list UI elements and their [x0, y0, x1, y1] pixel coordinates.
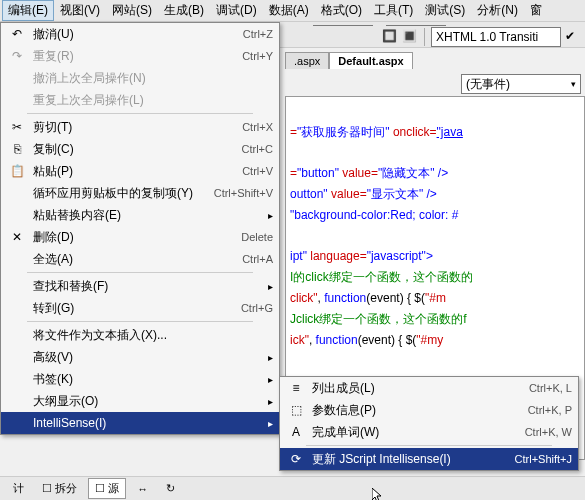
tool-icon[interactable]: 🔳 — [402, 29, 418, 45]
menu-item: 重复上次全局操作(L) — [1, 89, 279, 111]
edit-menu: ↶撤消(U)Ctrl+Z↷重复(R)Ctrl+Y撤消上次全局操作(N)重复上次全… — [0, 22, 280, 435]
menu-icon: ✂ — [7, 119, 27, 135]
submenu-arrow-icon: ▸ — [268, 281, 273, 292]
menu-item[interactable]: ✂剪切(T)Ctrl+X — [1, 116, 279, 138]
menu-item[interactable]: ⟳更新 JScript Intellisense(I)Ctrl+Shift+J — [280, 448, 578, 470]
menu-icon — [7, 185, 27, 201]
menu-item[interactable]: 转到(G)Ctrl+G — [1, 297, 279, 319]
menubar-item[interactable]: 编辑(E) — [2, 0, 54, 21]
menubar-item[interactable]: 调试(D) — [210, 0, 263, 21]
menu-shortcut: Delete — [241, 231, 273, 243]
menu-label: 参数信息(P) — [312, 402, 518, 419]
submenu-arrow-icon: ▸ — [268, 374, 273, 385]
menu-label: 将文件作为文本插入(X)... — [33, 327, 273, 344]
menu-shortcut: Ctrl+Shift+J — [515, 453, 572, 465]
menu-icon — [7, 278, 27, 294]
menu-icon — [7, 70, 27, 86]
menu-item[interactable]: A完成单词(W)Ctrl+K, W — [280, 421, 578, 443]
menu-item[interactable]: 全选(A)Ctrl+A — [1, 248, 279, 270]
menu-separator — [27, 321, 253, 322]
submenu-arrow-icon: ▸ — [268, 396, 273, 407]
menubar-item[interactable]: 窗 — [524, 0, 548, 21]
menu-icon: ≡ — [286, 380, 306, 396]
menu-item[interactable]: 书签(K)▸ — [1, 368, 279, 390]
menu-item[interactable]: ≡列出成员(L)Ctrl+K, L — [280, 377, 578, 399]
menu-label: 重复(R) — [33, 48, 232, 65]
menu-shortcut: Ctrl+X — [242, 121, 273, 133]
menu-icon — [7, 300, 27, 316]
menu-item[interactable]: 将文件作为文本插入(X)... — [1, 324, 279, 346]
menubar-item[interactable]: 格式(O) — [315, 0, 368, 21]
submenu-arrow-icon: ▸ — [268, 210, 273, 221]
menu-item[interactable]: ⬚参数信息(P)Ctrl+K, P — [280, 399, 578, 421]
menubar-item[interactable]: 数据(A) — [263, 0, 315, 21]
menu-shortcut: Ctrl+K, W — [525, 426, 572, 438]
menu-shortcut: Ctrl+Z — [243, 28, 273, 40]
menu-icon: ↶ — [7, 26, 27, 42]
menu-label: 撤消(U) — [33, 26, 233, 43]
menu-item[interactable]: ✕删除(D)Delete — [1, 226, 279, 248]
menu-label: 书签(K) — [33, 371, 268, 388]
menu-icon: A — [286, 424, 306, 440]
menubar-item[interactable]: 网站(S) — [106, 0, 158, 21]
menu-icon: ⎘ — [7, 141, 27, 157]
menu-label: 循环应用剪贴板中的复制项(Y) — [33, 185, 204, 202]
menu-icon — [7, 92, 27, 108]
view-tab[interactable]: ☐ 拆分 — [35, 478, 84, 499]
intellisense-submenu: ≡列出成员(L)Ctrl+K, L⬚参数信息(P)Ctrl+K, PA完成单词(… — [279, 376, 579, 471]
menu-label: 高级(V) — [33, 349, 268, 366]
menu-icon: ⟳ — [286, 451, 306, 467]
menu-icon — [7, 371, 27, 387]
menu-icon: 📋 — [7, 163, 27, 179]
view-tab[interactable]: ☐ 源 — [88, 478, 126, 499]
menu-icon — [7, 393, 27, 409]
menu-label: IntelliSense(I) — [33, 416, 268, 430]
view-tab-icon[interactable]: ↔ — [130, 480, 155, 498]
menu-icon: ✕ — [7, 229, 27, 245]
menubar-item[interactable]: 生成(B) — [158, 0, 210, 21]
menu-item[interactable]: IntelliSense(I)▸ — [1, 412, 279, 434]
menu-label: 复制(C) — [33, 141, 232, 158]
menubar: 编辑(E)视图(V)网站(S)生成(B)调试(D)数据(A)格式(O)工具(T)… — [0, 0, 585, 22]
menu-label: 查找和替换(F) — [33, 278, 268, 295]
menu-label: 撤消上次全局操作(N) — [33, 70, 273, 87]
menu-icon — [7, 251, 27, 267]
doctype-dropdown[interactable]: XHTML 1.0 Transiti — [431, 27, 561, 47]
menu-separator — [27, 113, 253, 114]
menu-item[interactable]: 高级(V)▸ — [1, 346, 279, 368]
view-tab[interactable]: 计 — [6, 478, 31, 499]
menu-item[interactable]: 查找和替换(F)▸ — [1, 275, 279, 297]
tool-icon[interactable]: 🔲 — [382, 29, 398, 45]
menu-label: 重复上次全局操作(L) — [33, 92, 273, 109]
view-tab-icon[interactable]: ↻ — [159, 479, 182, 498]
menu-item[interactable]: 📋粘贴(P)Ctrl+V — [1, 160, 279, 182]
menu-item: 撤消上次全局操作(N) — [1, 67, 279, 89]
menu-label: 列出成员(L) — [312, 380, 519, 397]
menu-icon: ↷ — [7, 48, 27, 64]
menu-item[interactable]: ↶撤消(U)Ctrl+Z — [1, 23, 279, 45]
event-dropdown[interactable]: (无事件)▾ — [461, 74, 581, 94]
menu-label: 删除(D) — [33, 229, 231, 246]
menu-shortcut: Ctrl+Y — [242, 50, 273, 62]
document-tab[interactable]: .aspx — [285, 52, 329, 69]
menu-item[interactable]: ⎘复制(C)Ctrl+C — [1, 138, 279, 160]
menu-shortcut: Ctrl+C — [242, 143, 273, 155]
menu-label: 完成单词(W) — [312, 424, 515, 441]
menu-label: 大纲显示(O) — [33, 393, 268, 410]
validate-icon[interactable]: ✔ — [565, 29, 581, 45]
menu-item[interactable]: 粘贴替换内容(E)▸ — [1, 204, 279, 226]
menu-separator — [27, 272, 253, 273]
menubar-item[interactable]: 工具(T) — [368, 0, 419, 21]
menubar-item[interactable]: 测试(S) — [419, 0, 471, 21]
menubar-item[interactable]: 分析(N) — [471, 0, 524, 21]
menubar-item[interactable]: 视图(V) — [54, 0, 106, 21]
menu-shortcut: Ctrl+K, P — [528, 404, 572, 416]
menu-item[interactable]: 循环应用剪贴板中的复制项(Y)Ctrl+Shift+V — [1, 182, 279, 204]
menu-item[interactable]: 大纲显示(O)▸ — [1, 390, 279, 412]
submenu-arrow-icon: ▸ — [268, 418, 273, 429]
menu-label: 转到(G) — [33, 300, 231, 317]
document-tab[interactable]: Default.aspx — [329, 52, 412, 69]
menu-shortcut: Ctrl+V — [242, 165, 273, 177]
menu-icon — [7, 349, 27, 365]
document-tabs: .aspxDefault.aspx — [285, 52, 413, 69]
